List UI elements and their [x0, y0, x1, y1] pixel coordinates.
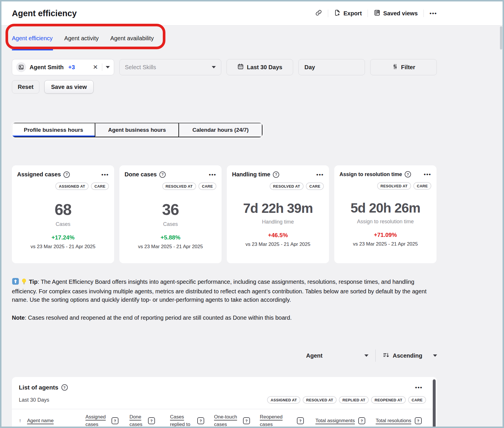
divider — [368, 10, 368, 17]
help-icon[interactable]: ? — [197, 417, 204, 424]
agent-efficiency-dashboard: Agent efficiency Export Saved — [0, 0, 504, 428]
stat-change: +46.5% — [232, 232, 324, 239]
tip-label: Tip — [29, 279, 38, 285]
help-icon[interactable]: ? — [415, 417, 422, 424]
filter-row: Agent Smith +3 ✕ Select Skills Last 30 D… — [12, 59, 437, 75]
stat-card-handling-time: Handling time ? ••• RESOLVED AT CARE 7d … — [227, 165, 329, 263]
segment-agent-business-hours[interactable]: Agent business hours — [95, 123, 179, 137]
status-badge: RESOLVED AT — [303, 396, 337, 404]
granularity-value: Day — [304, 64, 315, 71]
lightbulb-emoji — [21, 278, 28, 287]
help-icon[interactable]: ? — [112, 417, 118, 424]
column-header-total-assignments[interactable]: Total assignments ? — [315, 417, 376, 425]
sort-field-select[interactable]: Agent — [306, 352, 368, 359]
status-badge: CARE — [306, 182, 324, 190]
filter-sliders-icon — [392, 63, 398, 71]
copy-link-icon[interactable] — [315, 9, 322, 17]
agent-filter-chip[interactable]: Agent Smith +3 ✕ — [12, 59, 114, 75]
help-icon[interactable]: ? — [358, 417, 365, 424]
help-icon[interactable]: ? — [297, 417, 304, 424]
skills-placeholder: Select Skills — [125, 64, 156, 71]
stat-cards-row: Assigned cases ? ••• ASSIGNED AT CARE 68… — [12, 165, 437, 263]
chevron-down-icon[interactable] — [106, 66, 110, 68]
stat-value: 5d 20h 26m — [339, 200, 431, 216]
divider — [375, 350, 376, 362]
status-badge: CARE — [413, 182, 431, 190]
status-badge: ASSIGNED AT — [267, 396, 300, 404]
status-badge: CARE — [91, 182, 109, 190]
stat-change: +5.88% — [125, 234, 216, 241]
chevron-down-icon — [212, 66, 216, 68]
page-vertical-scrollbar[interactable] — [500, 26, 502, 50]
status-badge: REPLIED AT — [339, 396, 369, 404]
help-icon[interactable]: ? — [273, 171, 279, 178]
help-icon[interactable]: ? — [148, 417, 155, 424]
stat-unit: Cases — [125, 221, 216, 227]
stat-card-assigned-cases: Assigned cases ? ••• ASSIGNED AT CARE 68… — [12, 165, 114, 263]
note-text: Note: Cases resolved and reopened at the… — [12, 314, 437, 322]
stat-unit: Handling time — [232, 219, 324, 225]
help-icon[interactable]: ? — [405, 171, 411, 178]
table-menu-icon[interactable]: ••• — [415, 384, 423, 391]
export-button[interactable]: Export — [334, 9, 362, 18]
table-period: Last 30 Days — [19, 397, 49, 403]
status-badge: RESOLVED AT — [377, 182, 411, 190]
hours-segmented-control: Profile business hours Agent business ho… — [12, 122, 263, 138]
stat-unit: Assign to resolution time — [339, 219, 431, 225]
sort-direction-value: Ascending — [393, 352, 422, 359]
stat-change: +71.09% — [339, 232, 431, 238]
clear-agent-filter-icon[interactable]: ✕ — [93, 64, 98, 71]
tip-text: Tip: The Agent Efficiency Board offers i… — [12, 278, 437, 304]
granularity-select[interactable]: Day — [298, 59, 365, 75]
card-title: Assigned cases — [17, 171, 61, 178]
stat-value: 36 — [125, 200, 216, 218]
note-body: : Cases resolved and reopened at the end… — [25, 314, 292, 321]
stat-comparison: vs 23 Mar 2025 - 21 Apr 2025 — [232, 242, 324, 247]
column-header-agent-name[interactable]: ↑ Agent name — [19, 417, 85, 425]
list-of-agents-card: List of agents ? ••• Last 30 Days ASSIGN… — [12, 377, 437, 428]
card-title: Assign to resolution time — [339, 171, 402, 178]
stat-value: 68 — [17, 200, 109, 218]
tab-agent-activity[interactable]: Agent activity — [64, 35, 99, 42]
sort-controls: Agent Ascending — [12, 347, 437, 364]
stat-value: 7d 22h 39m — [232, 200, 324, 216]
card-menu-icon[interactable]: ••• — [209, 171, 216, 178]
status-badge: ASSIGNED AT — [55, 182, 89, 190]
card-menu-icon[interactable]: ••• — [316, 171, 324, 178]
help-icon[interactable]: ? — [61, 384, 68, 391]
active-tab-underline — [12, 49, 53, 50]
segment-profile-business-hours[interactable]: Profile business hours — [12, 123, 95, 137]
column-header-reopened-cases[interactable]: Reopened cases ? — [260, 413, 315, 428]
page-title: Agent efficiency — [12, 9, 77, 18]
up-arrow-emoji — [12, 278, 19, 287]
saved-views-button[interactable]: Saved views — [374, 9, 418, 18]
save-as-view-button[interactable]: Save as view — [44, 80, 94, 94]
segment-calendar-hours[interactable]: Calendar hours (24/7) — [179, 123, 262, 137]
agent-filter-name: Agent Smith — [30, 64, 64, 71]
table-vertical-scrollbar[interactable] — [433, 379, 436, 428]
table-title: List of agents — [19, 384, 59, 391]
sort-ascending-icon — [383, 352, 390, 360]
avatar — [16, 62, 26, 72]
filter-button[interactable]: Filter — [370, 59, 437, 75]
skills-select[interactable]: Select Skills — [119, 59, 221, 75]
column-header-one-touch-cases[interactable]: One-touch cases ? — [214, 413, 260, 428]
card-menu-icon[interactable]: ••• — [101, 171, 109, 178]
board-tabs: Agent efficiency Agent activity Agent av… — [1, 25, 503, 51]
column-header-cases-replied-to[interactable]: Cases replied to ? — [170, 413, 214, 428]
column-header-assigned-cases[interactable]: Assigned cases ? — [85, 413, 129, 428]
help-icon[interactable]: ? — [159, 171, 166, 178]
export-icon — [334, 9, 341, 18]
reset-button[interactable]: Reset — [12, 80, 39, 94]
tab-agent-availability[interactable]: Agent availability — [110, 35, 154, 42]
card-menu-icon[interactable]: ••• — [424, 171, 431, 178]
help-icon[interactable]: ? — [63, 171, 70, 178]
column-header-done-cases[interactable]: Done cases ? — [129, 413, 170, 428]
more-options-icon[interactable]: ••• — [430, 10, 437, 17]
date-range-select[interactable]: Last 30 Days — [227, 59, 293, 75]
stat-card-done-cases: Done cases ? ••• RESOLVED AT CARE 36 Cas… — [119, 165, 222, 263]
help-icon[interactable]: ? — [243, 417, 250, 424]
sort-direction-select[interactable]: Ascending — [383, 352, 437, 360]
tab-agent-efficiency[interactable]: Agent efficiency — [12, 35, 53, 42]
column-header-total-resolutions[interactable]: Total resolutions ? — [376, 417, 427, 425]
